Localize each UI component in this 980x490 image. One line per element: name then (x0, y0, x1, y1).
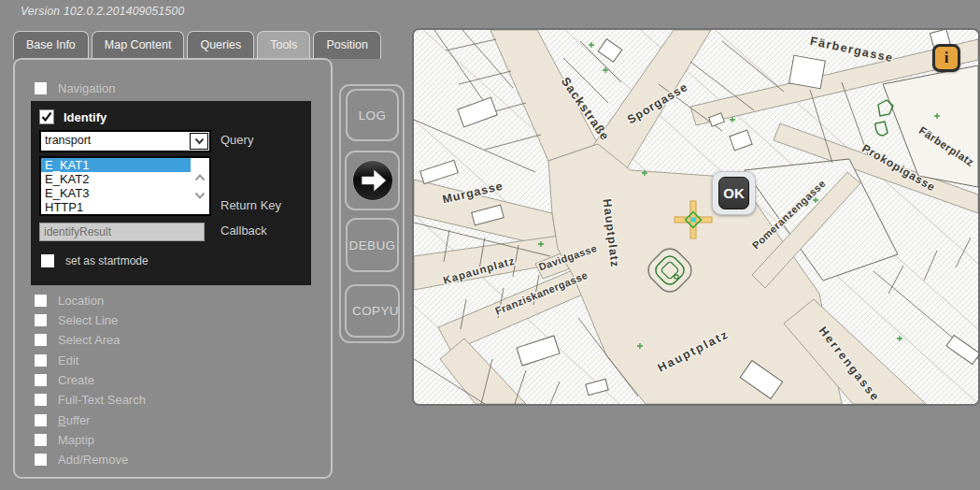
navigation-row: Navigation (34, 81, 115, 95)
callback-input[interactable] (39, 223, 205, 241)
tool-row-location: Location (34, 294, 104, 308)
fulltext-label: Full-Text Search (58, 393, 146, 407)
tool-row-select-line: Select Line (34, 313, 118, 327)
edit-label: Edit (58, 353, 78, 368)
copyui-button[interactable]: COPYUI (345, 284, 400, 338)
edit-checkbox[interactable] (34, 353, 48, 368)
map-canvas[interactable]: Färbergasse Sackstraße Sporgasse Murgass… (412, 28, 980, 406)
create-checkbox[interactable] (34, 373, 48, 387)
log-button[interactable]: LOG (346, 89, 399, 141)
query-select[interactable]: transport (39, 130, 211, 152)
query-label: Query (220, 133, 253, 147)
tool-row-buffer: Buffer (34, 413, 90, 427)
location-checkbox[interactable] (34, 294, 48, 308)
identify-row: Identify (39, 109, 107, 124)
tool-row-add-remove: Add/Remove (34, 453, 128, 467)
scroll-down-icon[interactable] (194, 192, 206, 199)
list-item[interactable]: E_KAT1 (41, 158, 209, 172)
identify-checkbox[interactable] (39, 109, 54, 124)
identify-section: Identify transport Query E_KAT1 E_KAT2 E… (31, 101, 311, 285)
list-scrollbar[interactable] (191, 158, 209, 214)
return-key-label: Return Key (220, 198, 281, 212)
buffer-label: Buffer (58, 413, 90, 427)
ok-button-container[interactable]: OK (712, 171, 756, 215)
debug-button[interactable]: DEBUG (346, 218, 399, 272)
select-area-label: Select Area (58, 333, 121, 347)
submit-arrow-button[interactable] (345, 151, 400, 210)
map-artwork: Färbergasse Sackstraße Sporgasse Murgass… (414, 30, 978, 404)
callback-label: Callback (220, 223, 267, 238)
add-remove-checkbox[interactable] (34, 453, 48, 467)
check-icon (41, 111, 52, 122)
add-remove-label: Add/Remove (58, 453, 128, 467)
chevron-down-icon[interactable] (190, 133, 208, 150)
location-label: Location (58, 294, 104, 308)
maptip-label: Maptip (58, 433, 94, 447)
fulltext-checkbox[interactable] (34, 393, 48, 407)
tool-row-create: Create (34, 373, 94, 387)
version-text: Version 102.0.2.201409051500 (21, 5, 184, 18)
tab-bar: Base Info Map Content Queries Tools Posi… (13, 31, 381, 59)
tool-row-maptip: Maptip (34, 433, 94, 447)
tab-queries[interactable]: Queries (187, 31, 254, 59)
ok-button[interactable]: OK (718, 177, 749, 209)
tab-map-content[interactable]: Map Content (92, 31, 185, 59)
startmode-row: set as startmode (41, 254, 149, 267)
scroll-up-icon[interactable] (194, 174, 206, 181)
tab-position[interactable]: Position (313, 31, 380, 59)
list-item[interactable]: E_KAT3 (41, 186, 209, 200)
navigation-label: Navigation (58, 81, 115, 95)
list-item[interactable]: HTTP1 (41, 200, 209, 214)
select-area-checkbox[interactable] (34, 333, 48, 347)
list-item[interactable]: E_KAT2 (41, 172, 209, 186)
select-line-label: Select Line (58, 313, 118, 327)
create-label: Create (58, 373, 94, 387)
maptip-checkbox[interactable] (34, 433, 48, 447)
tool-row-fulltext: Full-Text Search (34, 393, 146, 407)
startmode-label: set as startmode (65, 254, 149, 267)
info-button[interactable]: i (932, 44, 960, 72)
tools-panel: Navigation Identify transport Query E_KA… (13, 58, 333, 479)
tool-row-edit: Edit (34, 353, 78, 368)
select-line-checkbox[interactable] (34, 313, 48, 327)
buffer-checkbox[interactable] (34, 413, 48, 427)
right-arrow-icon (351, 159, 394, 202)
tab-base-info[interactable]: Base Info (13, 31, 89, 59)
return-key-list[interactable]: E_KAT1 E_KAT2 E_KAT3 HTTP1 (39, 156, 211, 216)
query-select-value: transport (41, 132, 189, 151)
navigation-checkbox[interactable] (34, 81, 48, 95)
identify-label: Identify (64, 110, 107, 124)
tab-tools[interactable]: Tools (257, 31, 310, 59)
startmode-checkbox[interactable] (41, 254, 54, 267)
tool-row-select-area: Select Area (34, 333, 121, 347)
